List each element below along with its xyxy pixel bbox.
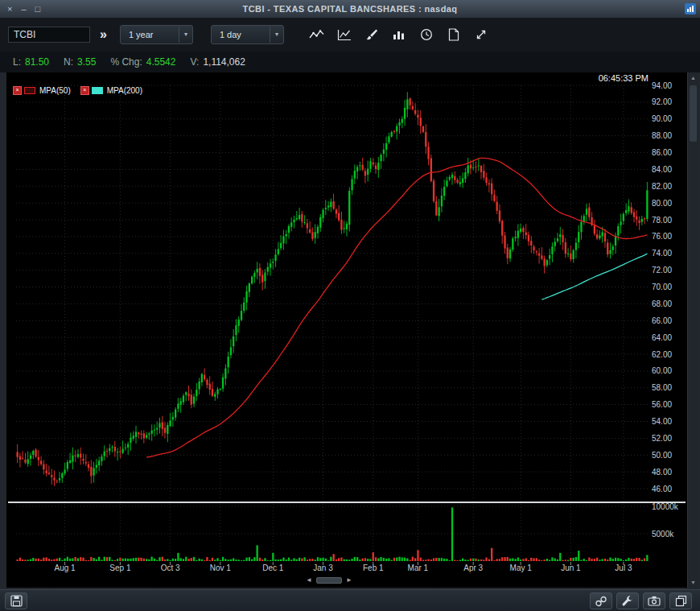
ma50-label: MPA(50): [39, 86, 71, 95]
range-dropdown-value: 1 year: [121, 30, 179, 39]
svg-text:92.00: 92.00: [652, 97, 672, 106]
svg-text:94.00: 94.00: [652, 81, 672, 90]
svg-text:76.00: 76.00: [652, 232, 672, 241]
svg-text:62.00: 62.00: [652, 350, 672, 359]
chevron-down-icon: ▾: [179, 27, 192, 43]
price-chart-svg[interactable]: 94.0092.0090.0088.0086.0084.0082.0080.00…: [6, 72, 687, 588]
svg-text:58.00: 58.00: [652, 383, 672, 392]
svg-text:52.00: 52.00: [652, 434, 672, 443]
chart-legend: × MPA(50) × MPA(200): [13, 86, 142, 95]
last-price-label: L:: [13, 56, 21, 68]
svg-text:82.00: 82.00: [652, 182, 672, 191]
remove-overlay-icon[interactable]: ×: [80, 86, 89, 95]
v-scroll-thumb[interactable]: [690, 85, 697, 142]
svg-text:64.00: 64.00: [652, 333, 672, 342]
clock-icon[interactable]: [418, 26, 435, 43]
svg-text:5000k: 5000k: [652, 530, 674, 539]
chart-timestamp: 06:45:33 PM: [599, 73, 649, 83]
title-bar: × – □ TCBI - TEXAS CAPITAL BANCSHARES : …: [0, 0, 700, 19]
svg-text:60.00: 60.00: [652, 366, 672, 375]
close-icon[interactable]: ×: [7, 1, 12, 17]
svg-text:50.00: 50.00: [652, 451, 672, 460]
toolbar: » 1 year ▾ 1 day ▾: [0, 18, 700, 52]
crosshair-arrows-icon[interactable]: [472, 26, 490, 43]
svg-text:56.00: 56.00: [652, 400, 672, 409]
svg-text:84.00: 84.00: [652, 165, 672, 174]
symbol-input[interactable]: [8, 27, 90, 43]
ma-overlay-layer: [146, 158, 647, 457]
volume-value: 1,114,062: [203, 56, 245, 68]
svg-text:86.00: 86.00: [652, 148, 672, 157]
ma200-label: MPA(200): [107, 86, 142, 95]
chart-panel[interactable]: 94.0092.0090.0088.0086.0084.0082.0080.00…: [6, 72, 687, 588]
interval-dropdown[interactable]: 1 day ▾: [211, 25, 284, 44]
svg-text:66.00: 66.00: [652, 316, 672, 325]
h-scroll-thumb[interactable]: [316, 577, 342, 584]
minimize-icon[interactable]: –: [21, 1, 26, 17]
legend-item-ma50: × MPA(50): [13, 86, 71, 95]
net-change-label: N:: [64, 56, 73, 68]
app-chart-icon: [685, 3, 696, 18]
camera-button[interactable]: [643, 592, 665, 609]
v-scrollbar[interactable]: ▲ ▼: [687, 72, 698, 588]
ma50-swatch: [24, 87, 35, 94]
chevron-down-icon: ▾: [270, 27, 283, 43]
net-change-value: 3.55: [77, 56, 96, 68]
brush-icon[interactable]: [363, 26, 381, 43]
svg-text:80.00: 80.00: [652, 199, 672, 208]
volume-label: V:: [190, 56, 199, 68]
maximize-icon[interactable]: □: [35, 1, 41, 17]
app-window: × – □ TCBI - TEXAS CAPITAL BANCSHARES : …: [0, 0, 700, 611]
percent-change-value: 4.5542: [146, 56, 176, 68]
expand-symbol-icon[interactable]: »: [100, 27, 107, 42]
legend-item-ma200: × MPA(200): [80, 86, 142, 95]
line-chart-icon[interactable]: [308, 26, 326, 43]
svg-text:74.00: 74.00: [652, 249, 672, 258]
copy-button[interactable]: [669, 592, 692, 609]
svg-text:72.00: 72.00: [652, 266, 672, 275]
last-price-value: 81.50: [25, 56, 49, 68]
window-title: TCBI - TEXAS CAPITAL BANCSHARES : nasdaq: [0, 4, 700, 14]
svg-text:90.00: 90.00: [652, 114, 672, 123]
svg-text:88.00: 88.00: [652, 131, 672, 140]
svg-text:46.00: 46.00: [652, 485, 672, 493]
bottom-bar: [0, 589, 700, 611]
axis-chart-icon[interactable]: [336, 26, 353, 43]
svg-text:48.00: 48.00: [652, 468, 672, 477]
save-button[interactable]: [5, 592, 27, 609]
axis-layer: 94.0092.0090.0088.0086.0084.0082.0080.00…: [55, 81, 679, 573]
percent-change-label: % Chg:: [110, 56, 142, 68]
range-dropdown[interactable]: 1 year ▾: [120, 25, 193, 44]
link-button[interactable]: [590, 592, 612, 609]
svg-text:78.00: 78.00: [652, 216, 672, 225]
document-icon[interactable]: [445, 26, 463, 43]
settings-wrench-button[interactable]: [616, 592, 639, 609]
scroll-down-icon[interactable]: ▼: [688, 580, 698, 585]
scroll-right-icon[interactable]: ►: [346, 576, 352, 584]
chart-h-scrollbar[interactable]: ◄ ►: [306, 576, 352, 584]
quote-bar: L: 81.50 N: 3.55 % Chg: 4.5542 V: 1,114,…: [0, 52, 700, 72]
bar-chart-icon[interactable]: [390, 26, 408, 43]
svg-text:70.00: 70.00: [652, 283, 672, 291]
ma200-swatch: [92, 87, 103, 94]
svg-text:10000k: 10000k: [652, 502, 679, 511]
volume-layer: [17, 507, 649, 561]
remove-overlay-icon[interactable]: ×: [13, 86, 22, 95]
scroll-up-icon[interactable]: ▲: [688, 75, 698, 81]
svg-text:68.00: 68.00: [652, 299, 672, 308]
scroll-left-icon[interactable]: ◄: [306, 576, 312, 584]
interval-dropdown-value: 1 day: [212, 30, 270, 39]
grid-layer: [16, 85, 649, 561]
svg-text:54.00: 54.00: [652, 417, 672, 426]
candles-layer: [17, 92, 649, 486]
